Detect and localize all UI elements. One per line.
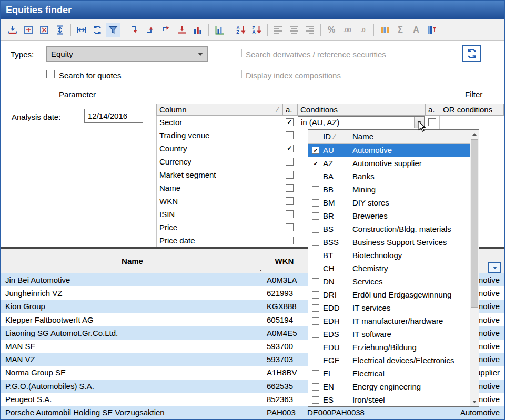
sector-option[interactable]: ELElectrical xyxy=(308,367,470,380)
insert-line-icon[interactable] xyxy=(175,23,189,37)
sector-option-checkbox[interactable] xyxy=(312,226,319,233)
sector-option-checkbox[interactable] xyxy=(312,357,319,364)
window-titlebar[interactable]: Equities finder xyxy=(1,1,504,19)
align-right-icon[interactable] xyxy=(302,23,317,37)
column-highlight-icon[interactable] xyxy=(377,23,392,37)
sector-option-checkbox[interactable]: ✓ xyxy=(312,147,319,154)
refresh-icon[interactable] xyxy=(90,23,105,37)
analysis-date-input[interactable]: 12/14/2016 xyxy=(84,109,143,123)
or-condition-checkbox[interactable] xyxy=(428,118,436,126)
sector-option-checkbox[interactable] xyxy=(312,265,319,272)
sector-option-checkbox[interactable] xyxy=(312,239,319,246)
or-active-header[interactable]: a. xyxy=(426,104,440,115)
sector-condition-combo[interactable]: in (AU, AZ) xyxy=(298,116,425,128)
sector-option-checkbox[interactable] xyxy=(312,317,319,325)
sector-option-checkbox[interactable] xyxy=(312,173,319,180)
maximize-icon[interactable] xyxy=(21,23,36,37)
types-dropdown[interactable]: Equity xyxy=(46,46,208,62)
sector-option-checkbox[interactable]: ✓ xyxy=(312,160,319,167)
search-derivatives-checkbox[interactable] xyxy=(234,49,242,57)
restore-icon[interactable] xyxy=(37,23,52,37)
align-left-icon[interactable] xyxy=(271,23,286,37)
condition-active-checkbox[interactable] xyxy=(286,197,294,205)
sum-icon[interactable]: Σ xyxy=(393,23,408,37)
sector-name-header[interactable]: Name xyxy=(348,130,470,143)
sector-option[interactable]: ✓AUAutomotive xyxy=(308,144,470,157)
sector-option[interactable]: BRBreweries xyxy=(308,209,470,222)
conditions-col-header[interactable]: Conditions xyxy=(298,104,426,115)
condition-active-checkbox[interactable] xyxy=(286,237,294,244)
condition-active-checkbox[interactable]: ✓ xyxy=(286,118,294,126)
chart-icon[interactable] xyxy=(190,23,205,37)
display-index-checkbox[interactable] xyxy=(234,70,242,78)
sort-ascending-icon[interactable]: AZ xyxy=(234,23,248,37)
condition-active-checkbox[interactable]: ✓ xyxy=(286,145,294,152)
result-row[interactable]: Porsche Automobil Holding SE Vorzugsakti… xyxy=(1,406,504,419)
sector-option[interactable]: EDHIT manufacturer/hardware xyxy=(308,314,470,327)
decimal-remove-icon[interactable]: .0 xyxy=(356,23,370,37)
nav-up-icon[interactable] xyxy=(159,23,174,37)
sector-option-checkbox[interactable] xyxy=(312,291,319,299)
sector-option[interactable]: BTBiotechnology xyxy=(308,249,470,262)
percent-icon[interactable]: % xyxy=(324,23,339,37)
chart-axis-icon[interactable] xyxy=(212,23,227,37)
sector-option[interactable]: BSSBusiness Support Services xyxy=(308,235,470,249)
sector-option[interactable]: ✓AZAutomotive supplier xyxy=(308,157,470,170)
sector-option-checkbox[interactable] xyxy=(312,383,319,391)
search-quotes-checkbox[interactable] xyxy=(46,70,55,78)
sector-option[interactable]: BBMining xyxy=(308,183,470,196)
refresh-button[interactable] xyxy=(462,45,481,62)
sector-option[interactable]: BMDIY stores xyxy=(308,196,470,209)
sector-option-checkbox[interactable] xyxy=(312,331,319,338)
sector-option[interactable]: BSConstruction/Bldg. materials xyxy=(308,222,470,235)
sector-option[interactable]: ESIron/steel xyxy=(308,393,470,406)
export-icon[interactable] xyxy=(5,23,20,37)
or-conditions-header[interactable]: OR conditions xyxy=(440,104,503,115)
sector-option-checkbox[interactable] xyxy=(312,199,319,207)
condition-row-sector[interactable]: Sector ✓ in (AU, AZ) xyxy=(156,116,504,129)
sector-option[interactable]: DNServices xyxy=(308,275,470,288)
sector-option[interactable]: EDDIT services xyxy=(308,301,470,314)
active-header[interactable]: a. xyxy=(283,104,298,115)
condition-active-checkbox[interactable] xyxy=(286,131,294,139)
sector-option-checkbox[interactable] xyxy=(312,304,319,312)
column-filter-icon[interactable] xyxy=(425,23,439,37)
condition-active-checkbox[interactable] xyxy=(286,171,294,179)
nav-down-icon[interactable] xyxy=(127,23,142,37)
scroll-up-icon[interactable] xyxy=(470,130,479,139)
sector-option[interactable]: CHChemistry xyxy=(308,262,470,275)
sector-option[interactable]: ENEnergy engineering xyxy=(308,380,470,393)
sector-option-checkbox[interactable] xyxy=(312,344,319,351)
condition-active-checkbox[interactable] xyxy=(286,223,294,231)
scroll-down-icon[interactable] xyxy=(470,397,479,406)
sector-option-checkbox[interactable] xyxy=(312,370,319,377)
sector-option-checkbox[interactable] xyxy=(312,252,319,259)
sector-option[interactable]: EDSIT software xyxy=(308,327,470,341)
scrollbar-thumb[interactable] xyxy=(471,139,478,308)
condition-active-checkbox[interactable] xyxy=(286,210,294,218)
decimal-add-icon[interactable]: .00 xyxy=(340,23,355,37)
results-filter-button[interactable] xyxy=(488,262,501,273)
condition-active-checkbox[interactable] xyxy=(286,184,294,192)
results-wkn-header[interactable]: WKN xyxy=(264,249,305,273)
sector-option-checkbox[interactable] xyxy=(312,278,319,285)
sector-option[interactable]: EDUErziehung/Bildung xyxy=(308,341,470,354)
column-fit-icon[interactable] xyxy=(74,23,89,37)
align-center-icon[interactable] xyxy=(287,23,301,37)
font-style-icon[interactable]: A xyxy=(409,23,423,37)
condition-active-checkbox[interactable] xyxy=(286,158,294,166)
sector-id-header[interactable]: ID∕ xyxy=(323,130,348,143)
sector-option-checkbox[interactable] xyxy=(312,396,319,404)
nav-return-icon[interactable] xyxy=(143,23,158,37)
sort-descending-icon[interactable]: ZA xyxy=(249,23,264,37)
filter-icon[interactable] xyxy=(106,23,120,37)
sector-option-checkbox[interactable] xyxy=(312,212,319,220)
sector-option[interactable]: BABanks xyxy=(308,170,470,183)
sector-option-checkbox[interactable] xyxy=(312,186,319,193)
sector-option[interactable]: EGEElectrical devices/Electronics xyxy=(308,354,470,367)
dropdown-scrollbar[interactable] xyxy=(470,130,479,406)
sector-option[interactable]: DRIErdöl und Erdgasgewinnung xyxy=(308,288,470,301)
column-header[interactable]: Column∕ xyxy=(157,104,283,115)
fit-height-icon[interactable] xyxy=(53,23,67,37)
results-name-header[interactable]: Name xyxy=(1,249,264,273)
